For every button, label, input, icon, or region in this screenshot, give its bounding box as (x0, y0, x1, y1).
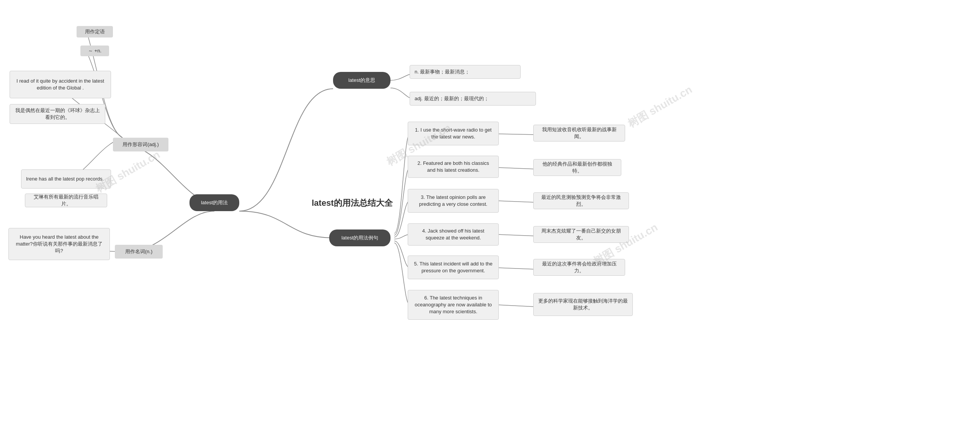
watermark-3: 树图 shuitu.cn (625, 82, 695, 131)
example-2-en: 2. Featured are both his classics and hi… (408, 156, 499, 178)
svg-line-5 (498, 305, 536, 307)
left-example-2-en: Irene has all the latest pop records. (21, 169, 111, 189)
svg-line-3 (498, 234, 536, 236)
main-title: latest的用法总结大全 (299, 195, 406, 212)
left-example-1-en: I read of it quite by accident in the la… (10, 71, 111, 98)
left-example-2-cn: 艾琳有所有最新的流行音乐唱片。 (25, 194, 107, 207)
example-1-cn: 我用短波收音机收听最新的战事新闻。 (533, 125, 625, 142)
meaning-1: n. 最新事物；最新消息； (410, 65, 521, 79)
svg-line-2 (498, 201, 536, 202)
example-4-cn: 周末杰克炫耀了一番自己新交的女朋友。 (533, 226, 629, 243)
examples-node: latest的用法例句 (329, 229, 390, 246)
example-6-cn: 更多的科学家现在能够接触到海洋学的最新技术。 (533, 293, 633, 316)
example-5-cn: 最近的这次事件将会给政府增加压力。 (533, 259, 625, 276)
left-example-3: Have you heard the latest about the matt… (8, 228, 110, 260)
meaning-node: latest的意思 (333, 72, 390, 89)
svg-line-0 (498, 134, 536, 135)
left-example-1-cn: 我是偶然在最近一期的《环球》杂志上看到它的。 (10, 104, 105, 124)
example-4-en: 4. Jack showed off his latest squeeze at… (408, 223, 499, 246)
svg-line-1 (498, 168, 536, 169)
connections-svg (0, 0, 980, 428)
example-6-en: 6. The latest techniques in oceanography… (408, 290, 499, 320)
plus-n-node: ～ +n. (80, 46, 109, 56)
example-3-cn: 最近的民意测验预测竞争将会非常激烈。 (533, 192, 629, 209)
attr-node: 用作定语 (77, 26, 113, 37)
example-3-en: 3. The latest opinion polls are predicti… (408, 189, 499, 213)
example-1-en: 1. I use the short-wave radio to get the… (408, 122, 499, 145)
svg-line-4 (498, 268, 536, 269)
example-2-cn: 他的经典作品和最新创作都很独特。 (533, 159, 621, 176)
noun-node: 用作名词(n.) (115, 245, 163, 259)
mind-map: latest的用法总结大全 latest的用法 latest的意思 latest… (0, 0, 980, 428)
example-5-en: 5. This latest incident will add to the … (408, 255, 499, 279)
meaning-2: adj. 最近的；最新的；最现代的； (410, 92, 536, 106)
adjective-node: 用作形容词(adj.) (113, 138, 168, 151)
center-node: latest的用法 (189, 194, 239, 211)
